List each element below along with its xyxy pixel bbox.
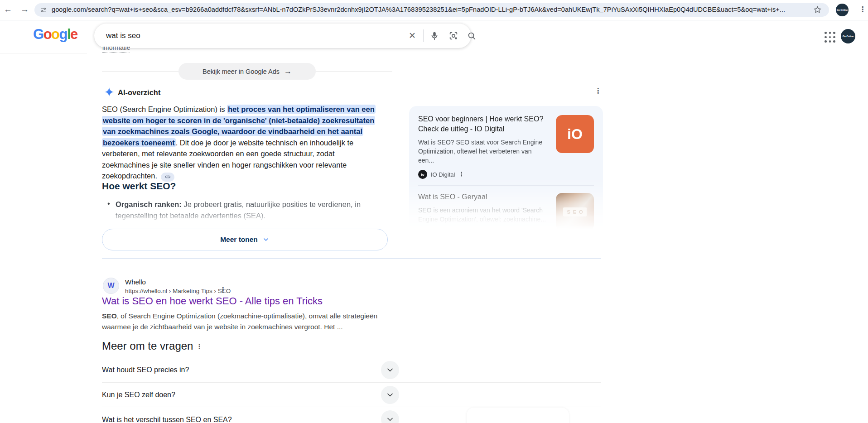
source-card-snippet: SEO is een acroniem van het woord 'Searc…	[418, 206, 549, 224]
chevron-down-icon[interactable]	[381, 386, 399, 404]
ai-bullet-item: •Organisch ranken: Je probeert gratis, n…	[102, 199, 392, 221]
geryaal-thumbnail: SEO	[556, 193, 594, 231]
search-submit-icon[interactable]	[467, 31, 477, 41]
browser-profile-avatar[interactable]: Go Online	[836, 4, 849, 16]
browser-toolbar: ← → ↻ google.com/search?q=wat+is+seo&sca…	[0, 0, 868, 20]
google-logo[interactable]: Google	[33, 26, 77, 43]
people-also-ask-title: Meer om te vragen	[102, 340, 193, 352]
arrow-right-icon: →	[284, 67, 292, 76]
clipped-link-fragment[interactable]: informatie	[102, 47, 130, 54]
browser-menu-icon[interactable]: ⋮	[859, 6, 866, 13]
source-card-source-label: IO Digital	[431, 171, 455, 178]
paa-question-text: Kun je SEO zelf doen?	[102, 391, 175, 399]
google-ads-button[interactable]: Bekijk meer in Google Ads →	[178, 63, 316, 80]
source-card-snippet: Wat is SEO? SEO staat voor Search Engine…	[418, 138, 549, 165]
chevron-down-icon	[262, 236, 270, 243]
search-query-text[interactable]: wat is seo	[106, 31, 140, 40]
result-menu-icon[interactable]: ⋮	[219, 287, 227, 294]
section-divider	[102, 258, 601, 259]
paa-question-row[interactable]: Kun je SEO zelf doen?	[102, 383, 601, 407]
result-title-link[interactable]: Wat is SEO en hoe werkt SEO - Alle tips …	[102, 295, 323, 307]
source-card-menu-icon[interactable]: ⋮	[458, 171, 464, 178]
floating-overlay-card	[467, 408, 569, 423]
para-prefix: SEO (Search Engine Optimization) is	[102, 105, 227, 113]
ai-overview-menu-icon[interactable]: ⋮	[594, 87, 602, 95]
google-serp-screen: ← → ↻ google.com/search?q=wat+is+seo&sca…	[0, 0, 868, 423]
source-card-divider	[418, 185, 594, 186]
bookmark-star-icon[interactable]	[813, 5, 822, 14]
paa-question-text: Wat is het verschil tussen SEO en SEA?	[102, 416, 232, 423]
ai-subheading: Hoe werkt SEO?	[102, 181, 176, 192]
result-snippet: SEO, of Search Engine Optimization (zoek…	[102, 311, 397, 332]
source-card-geryaal[interactable]: Wat is SEO - Geryaal SEO is een acroniem…	[418, 192, 594, 238]
people-also-ask-menu-icon[interactable]: ⋮	[196, 343, 203, 350]
clipped-link-text[interactable]: informatie	[102, 47, 130, 53]
ai-overview-title: AI-overzicht	[118, 88, 160, 97]
google-ads-button-label: Bekijk meer in Google Ads	[203, 68, 280, 75]
search-input[interactable]: wat is seo ✕	[94, 24, 471, 48]
ai-overview-paragraph: SEO (Search Engine Optimization) is het …	[102, 104, 381, 182]
back-icon[interactable]: ←	[4, 4, 12, 15]
source-card-source-row: io IO Digital ⋮	[418, 170, 549, 179]
paa-question-row[interactable]: Wat houdt SEO precies in?	[102, 358, 601, 383]
bullet-dot: •	[107, 198, 110, 209]
result-breadcrumb[interactable]: https://whello.nl › Marketing Tips › SEO	[125, 288, 231, 294]
chevron-down-icon[interactable]	[381, 361, 399, 379]
citation-link-icon[interactable]	[161, 173, 174, 182]
bullet-label: Organisch ranken:	[116, 200, 182, 208]
source-card-title[interactable]: Wat is SEO - Geryaal	[418, 192, 549, 202]
show-more-button[interactable]: Meer tonen	[102, 229, 388, 250]
ai-sources-panel: SEO voor beginners | Hoe werkt SEO? Chec…	[409, 106, 603, 246]
geryaal-thumbnail-text: SEO	[563, 207, 586, 216]
account-avatar[interactable]: Go Online	[841, 29, 855, 43]
snippet-bold: SEO	[102, 312, 117, 320]
lens-search-icon[interactable]	[448, 31, 458, 41]
geryaal-favicon	[418, 229, 427, 238]
ai-sparkle-icon	[104, 87, 114, 97]
source-card-source-row: Geryaal	[418, 229, 549, 238]
header-divider	[0, 53, 87, 53]
whello-favicon[interactable]: W	[103, 278, 119, 294]
chevron-down-icon[interactable]	[381, 410, 399, 423]
voice-search-icon[interactable]	[429, 31, 439, 41]
site-info-icon[interactable]	[40, 6, 47, 14]
clear-search-icon[interactable]: ✕	[409, 30, 416, 41]
google-apps-icon[interactable]	[825, 32, 835, 42]
io-digital-favicon: io	[418, 170, 427, 179]
source-card-source-label: Geryaal	[431, 230, 452, 237]
show-more-label: Meer tonen	[220, 236, 258, 244]
paa-question-text: Wat houdt SEO precies in?	[102, 366, 189, 374]
io-digital-thumbnail: iO	[556, 115, 594, 153]
search-divider	[423, 29, 424, 42]
address-bar[interactable]: google.com/search?q=wat+is+seo&sca_esv=b…	[34, 3, 829, 17]
source-card-title[interactable]: SEO voor beginners | Hoe werkt SEO? Chec…	[418, 114, 549, 134]
result-site-name[interactable]: Whello	[125, 278, 146, 286]
source-card-io-digital[interactable]: SEO voor beginners | Hoe werkt SEO? Chec…	[418, 114, 594, 179]
forward-icon[interactable]: →	[20, 4, 29, 15]
url-text[interactable]: google.com/search?q=wat+is+seo&sca_esv=b…	[52, 6, 813, 13]
snippet-rest: , of Search Engine Optimization (zoekmac…	[102, 312, 377, 331]
